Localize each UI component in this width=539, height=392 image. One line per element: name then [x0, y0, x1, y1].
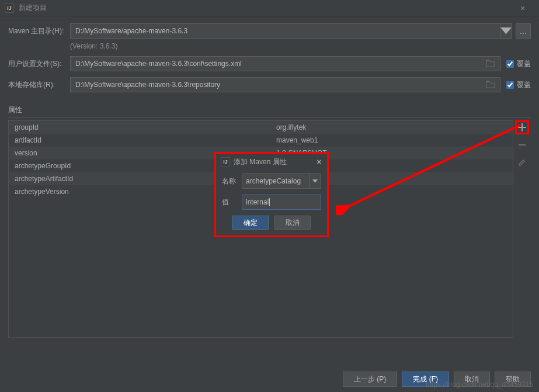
- maven-home-label: Maven 主目录(H):: [8, 26, 70, 36]
- properties-header: 属性: [8, 105, 531, 115]
- name-field[interactable]: archetypeCatalog: [242, 174, 321, 189]
- chevron-down-icon[interactable]: [309, 174, 321, 188]
- previous-button[interactable]: 上一步 (P): [343, 372, 397, 387]
- value-field[interactable]: internal: [242, 195, 321, 210]
- user-settings-value: D:\MySoftware\apache-maven-3.6.3\conf\se…: [75, 60, 242, 68]
- close-icon[interactable]: ✕: [316, 158, 322, 166]
- user-settings-field[interactable]: D:\MySoftware\apache-maven-3.6.3\conf\se…: [70, 56, 500, 71]
- value-value: internal: [246, 198, 269, 206]
- maven-config-form: Maven 主目录(H): D:/MySoftware/apache-maven…: [0, 16, 539, 102]
- app-icon: IJ: [221, 157, 230, 166]
- dialog-titlebar: IJ 添加 Maven 属性 ✕: [216, 154, 327, 170]
- local-repo-value: D:\MySoftware\apache-maven-3.6.3\reposit…: [75, 81, 220, 89]
- watermark: https://blog.csdn.net/qq_45459315: [426, 380, 533, 388]
- prop-key: groupId: [15, 123, 276, 131]
- override-user-settings[interactable]: 覆盖: [506, 59, 531, 69]
- maven-home-dropdown-icon[interactable]: [500, 24, 512, 38]
- prop-val: org.iflytek: [276, 123, 507, 131]
- override-label: 覆盖: [517, 59, 531, 69]
- properties-toolbar: [513, 120, 531, 338]
- prop-val: maven_web1: [276, 136, 507, 144]
- maven-home-field[interactable]: D:/MySoftware/apache-maven-3.6.3: [70, 23, 512, 39]
- folder-icon[interactable]: [486, 59, 495, 67]
- folder-icon[interactable]: [486, 80, 495, 88]
- close-icon[interactable]: ×: [511, 4, 534, 13]
- cancel-button[interactable]: 取消: [274, 216, 311, 230]
- override-user-settings-checkbox[interactable]: [506, 60, 514, 68]
- local-repo-label: 本地存储库(R):: [8, 80, 70, 90]
- ok-button[interactable]: 确定: [232, 216, 269, 230]
- titlebar: IJ 新建项目 ×: [0, 0, 539, 16]
- browse-home-button[interactable]: …: [516, 23, 531, 39]
- override-local-repo[interactable]: 覆盖: [506, 80, 531, 90]
- override-label: 覆盖: [517, 80, 531, 90]
- name-label: 名称: [222, 176, 242, 186]
- name-value: archetypeCatalog: [246, 177, 301, 185]
- add-maven-property-dialog: IJ 添加 Maven 属性 ✕ 名称 archetypeCatalog 值 i…: [214, 152, 329, 237]
- value-label: 值: [222, 197, 242, 207]
- app-icon: IJ: [5, 4, 14, 13]
- user-settings-label: 用户设置文件(S):: [8, 59, 70, 69]
- window-title: 新建项目: [19, 3, 511, 13]
- dialog-title: 添加 Maven 属性: [234, 157, 287, 167]
- maven-home-value: D:/MySoftware/apache-maven-3.6.3: [75, 27, 187, 35]
- remove-property-button[interactable]: [515, 138, 529, 152]
- add-property-button[interactable]: [515, 120, 529, 134]
- maven-version-hint: (Version: 3.6.3): [70, 42, 531, 50]
- prop-key: artifactId: [15, 136, 276, 144]
- override-local-repo-checkbox[interactable]: [506, 81, 514, 89]
- edit-property-button[interactable]: [515, 155, 529, 169]
- divider: [8, 117, 531, 118]
- table-row[interactable]: artifactId maven_web1: [9, 134, 513, 147]
- svg-rect-0: [519, 144, 526, 145]
- table-row[interactable]: groupId org.iflytek: [9, 121, 513, 134]
- local-repo-field[interactable]: D:\MySoftware\apache-maven-3.6.3\reposit…: [70, 77, 500, 92]
